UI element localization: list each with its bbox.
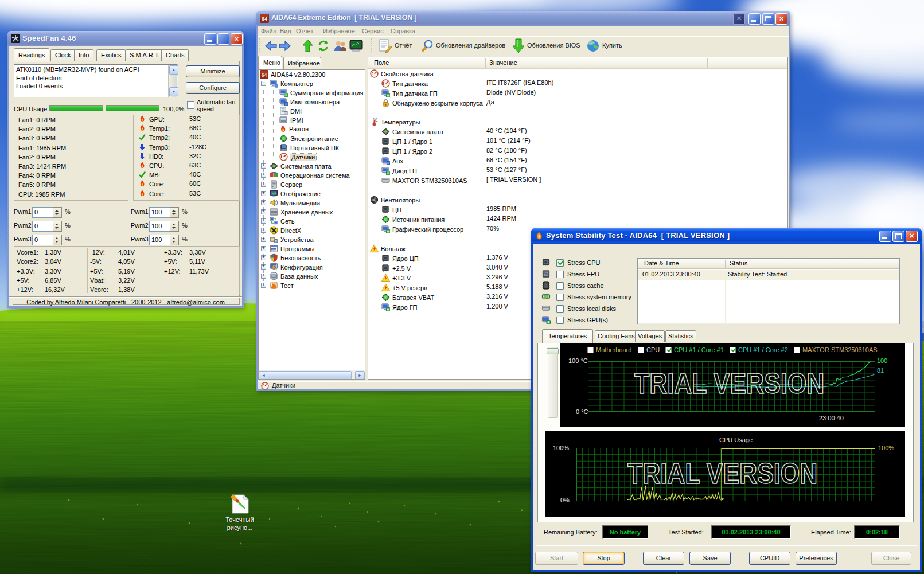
- svg-text:64: 64: [262, 16, 267, 22]
